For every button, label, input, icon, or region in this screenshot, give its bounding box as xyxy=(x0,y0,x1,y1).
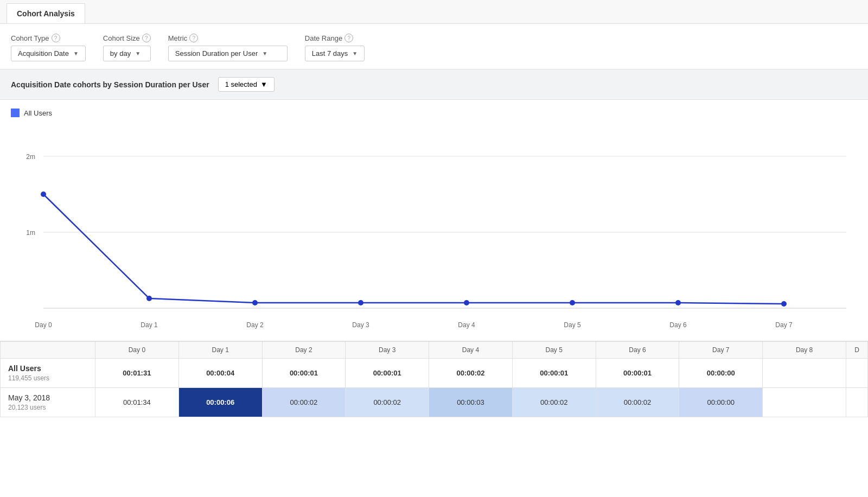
chart-point-day1 xyxy=(146,296,152,301)
svg-text:1m: 1m xyxy=(26,229,35,237)
cohort-size-label: Cohort Size ? xyxy=(103,34,151,42)
data-table-wrapper: Day 0 Day 1 Day 2 Day 3 Day 4 Day 5 Day … xyxy=(0,341,868,417)
svg-text:2m: 2m xyxy=(26,153,35,161)
cohort-type-group: Cohort Type ? Acquisition Date ▼ xyxy=(11,34,86,61)
svg-text:Day 4: Day 4 xyxy=(458,321,475,329)
svg-text:Day 3: Day 3 xyxy=(352,321,369,329)
row-header-may3: May 3, 2018 20,123 users xyxy=(1,388,95,417)
all-users-day6: 00:00:01 xyxy=(596,359,679,388)
all-users-day3: 00:00:01 xyxy=(346,359,429,388)
section-header: Acquisition Date cohorts by Session Dura… xyxy=(0,69,868,100)
col-header-day0: Day 0 xyxy=(95,342,179,359)
col-header-day1: Day 1 xyxy=(178,342,262,359)
date-range-group: Date Range ? Last 7 days ▼ xyxy=(305,34,365,61)
row-name-may3: May 3, 2018 xyxy=(8,393,87,402)
controls-row: Cohort Type ? Acquisition Date ▼ Cohort … xyxy=(0,24,868,69)
col-header-day8: Day 8 xyxy=(763,342,846,359)
cohort-type-label: Cohort Type ? xyxy=(11,34,86,42)
may3-day2: 00:00:02 xyxy=(262,388,346,417)
may3-day5: 00:00:02 xyxy=(512,388,596,417)
may3-day8 xyxy=(763,388,846,417)
may3-d xyxy=(846,388,868,417)
col-header-name xyxy=(1,342,95,359)
row-sub-all-users: 119,455 users xyxy=(8,374,87,382)
table-header-row: Day 0 Day 1 Day 2 Day 3 Day 4 Day 5 Day … xyxy=(1,342,868,359)
may3-day3: 00:00:02 xyxy=(346,388,429,417)
date-range-dropdown[interactable]: Last 7 days ▼ xyxy=(305,46,365,61)
data-table: Day 0 Day 1 Day 2 Day 3 Day 4 Day 5 Day … xyxy=(0,341,868,417)
chart-legend: All Users xyxy=(11,109,857,117)
col-header-day2: Day 2 xyxy=(262,342,346,359)
chart-point-day3 xyxy=(358,300,363,305)
metric-caret-icon: ▼ xyxy=(262,50,267,56)
may3-day1: 00:00:06 xyxy=(178,388,262,417)
all-users-day7: 00:00:00 xyxy=(679,359,763,388)
chart-wrapper: 2m 1m Day 0 Day 1 Day 2 Day 3 Day 4 Day … xyxy=(11,124,857,341)
may3-day7: 00:00:00 xyxy=(679,388,763,417)
app-container: Cohort Analysis Cohort Type ? Acquisitio… xyxy=(0,0,868,497)
cohort-type-help-icon[interactable]: ? xyxy=(52,34,60,42)
legend-label: All Users xyxy=(24,109,52,117)
cohort-size-dropdown[interactable]: by day ▼ xyxy=(103,46,151,61)
cohort-size-group: Cohort Size ? by day ▼ xyxy=(103,34,151,61)
all-users-day2: 00:00:01 xyxy=(262,359,346,388)
metric-group: Metric ? Session Duration per User ▼ xyxy=(168,34,288,61)
svg-text:Day 2: Day 2 xyxy=(246,321,264,329)
all-users-day5: 00:00:01 xyxy=(512,359,596,388)
col-header-day7: Day 7 xyxy=(679,342,763,359)
chart-point-day5 xyxy=(570,300,575,305)
may3-day0: 00:01:34 xyxy=(95,388,179,417)
all-users-day0: 00:01:31 xyxy=(95,359,179,388)
cohort-size-caret-icon: ▼ xyxy=(135,50,141,56)
may3-day6: 00:00:02 xyxy=(596,388,679,417)
legend-color-swatch xyxy=(11,109,20,117)
col-header-day5: Day 5 xyxy=(512,342,596,359)
svg-text:Day 1: Day 1 xyxy=(141,321,158,329)
row-name-all-users: All Users xyxy=(8,364,87,373)
date-range-help-icon[interactable]: ? xyxy=(344,34,353,42)
chart-point-day0 xyxy=(41,192,46,197)
col-header-day3: Day 3 xyxy=(346,342,429,359)
line-chart-svg: 2m 1m Day 0 Day 1 Day 2 Day 3 Day 4 Day … xyxy=(11,124,857,341)
all-users-day1: 00:00:04 xyxy=(178,359,262,388)
svg-text:Day 5: Day 5 xyxy=(564,321,581,329)
col-header-more: D xyxy=(846,342,868,359)
metric-dropdown[interactable]: Session Duration per User ▼ xyxy=(168,46,288,61)
cohort-analysis-tab[interactable]: Cohort Analysis xyxy=(7,3,85,23)
cohort-size-help-icon[interactable]: ? xyxy=(142,34,151,42)
table-row: All Users 119,455 users 00:01:31 00:00:0… xyxy=(1,359,868,388)
may3-day4: 00:00:03 xyxy=(429,388,513,417)
all-users-day4: 00:00:02 xyxy=(429,359,513,388)
chart-point-day2 xyxy=(252,300,258,305)
all-users-d xyxy=(846,359,868,388)
row-header-all-users: All Users 119,455 users xyxy=(1,359,95,388)
metric-label: Metric ? xyxy=(168,34,288,42)
col-header-day6: Day 6 xyxy=(596,342,679,359)
tab-bar: Cohort Analysis xyxy=(0,0,868,24)
chart-point-day6 xyxy=(675,300,681,305)
selected-button[interactable]: 1 selected ▼ xyxy=(218,77,275,92)
cohort-type-caret-icon: ▼ xyxy=(73,50,79,56)
chart-area: All Users 2m 1m Day 0 Day 1 Day 2 Day 3 … xyxy=(0,100,868,341)
chart-point-day4 xyxy=(464,300,469,305)
all-users-day8 xyxy=(763,359,846,388)
svg-text:Day 6: Day 6 xyxy=(669,321,687,329)
col-header-day4: Day 4 xyxy=(429,342,513,359)
table-row: May 3, 2018 20,123 users 00:01:34 00:00:… xyxy=(1,388,868,417)
selected-caret-icon: ▼ xyxy=(260,80,267,88)
date-range-caret-icon: ▼ xyxy=(352,50,358,56)
section-title: Acquisition Date cohorts by Session Dura… xyxy=(11,80,209,89)
svg-text:Day 7: Day 7 xyxy=(775,321,793,329)
svg-text:Day 0: Day 0 xyxy=(35,321,52,329)
date-range-label: Date Range ? xyxy=(305,34,365,42)
chart-point-day7 xyxy=(781,301,787,307)
metric-help-icon[interactable]: ? xyxy=(189,34,198,42)
row-sub-may3: 20,123 users xyxy=(8,404,87,411)
cohort-type-dropdown[interactable]: Acquisition Date ▼ xyxy=(11,46,86,61)
